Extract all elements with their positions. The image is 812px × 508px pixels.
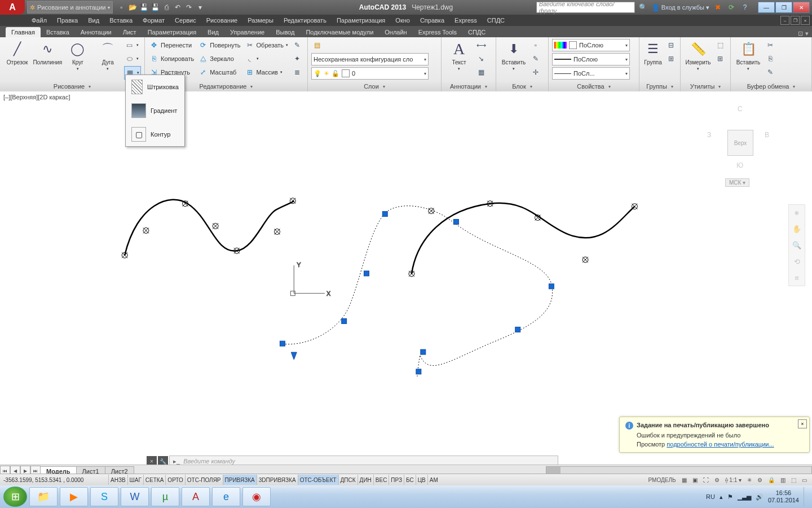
window-maximize[interactable]: ❐	[775, 2, 792, 13]
workspace-dropdown[interactable]: ✲Рисование и аннотации▾	[27, 1, 113, 14]
sb-max-icon[interactable]: ⛶	[701, 476, 710, 484]
sb-clean-icon[interactable]: ▭	[800, 476, 809, 484]
tool-trim[interactable]: ✂Обрезать ▾	[244, 39, 290, 51]
nav-orbit-icon[interactable]: ⟲	[794, 257, 800, 266]
panel-title-clip[interactable]: Буфер обмена	[731, 81, 811, 91]
panel-title-block[interactable]: Блок	[496, 81, 548, 91]
tab-plugins[interactable]: Подключаемые модули	[300, 27, 379, 37]
menu-dimension[interactable]: Размеры	[243, 16, 278, 25]
menu-tools[interactable]: Сервис	[170, 16, 201, 25]
tool-arc[interactable]: ⌒Дуга▾	[94, 39, 122, 72]
tool-array[interactable]: ⊞Массив ▾	[244, 66, 290, 78]
menu-edit[interactable]: Правка	[52, 16, 82, 25]
tray-clock[interactable]: 16:5607.01.2014	[768, 489, 799, 504]
tool-rectangle[interactable]: ▭▾	[124, 39, 141, 51]
tool-group-edit[interactable]: ⊞	[665, 52, 677, 65]
tool-dim-linear[interactable]: ⟷	[475, 39, 487, 51]
layer-current-dropdown[interactable]: 💡☀🔓0▾	[311, 67, 429, 80]
tray-show-hidden[interactable]: ▴	[720, 493, 723, 501]
tool-ellipse[interactable]: ⬭▾	[124, 52, 141, 65]
qat-open-icon[interactable]: 📂	[127, 2, 138, 12]
menu-format[interactable]: Формат	[138, 16, 169, 25]
status-toggle-дпск[interactable]: ДПСК	[338, 475, 358, 485]
qat-redo-icon[interactable]: ↷	[184, 2, 194, 12]
tab-annotate[interactable]: Аннотации	[75, 27, 117, 37]
layer-state-dropdown[interactable]: Несохраненная конфигурация сло▾	[311, 53, 429, 65]
sb-lock-icon[interactable]: 🔒	[766, 476, 776, 484]
status-toggle-дин[interactable]: ДИН	[358, 475, 373, 485]
window-minimize[interactable]: —	[758, 2, 775, 13]
taskbar-word[interactable]: W	[121, 487, 149, 506]
mdi-restore[interactable]: ❐	[791, 16, 800, 25]
layer-props-btn[interactable]: ▤	[311, 39, 438, 51]
taskbar-ie[interactable]: e	[212, 487, 240, 506]
view-cube[interactable]: С З В Ю Верх МСК ▾	[699, 99, 778, 190]
status-toggle-отс-поляр[interactable]: ОТС-ПОЛЯР	[185, 475, 223, 485]
stayconnected-icon[interactable]: ⟳	[726, 2, 736, 12]
tool-copy-clip[interactable]: ⎘	[765, 52, 776, 65]
menu-view[interactable]: Вид	[83, 16, 104, 25]
flyout-gradient[interactable]: Градиент	[126, 99, 184, 122]
signin-button[interactable]: 👤 Вход в службы ▾	[652, 4, 709, 11]
tool-group[interactable]: ☰Группа	[643, 39, 663, 67]
tool-line[interactable]: ╱Отрезок	[3, 39, 31, 67]
qat-undo-icon[interactable]: ↶	[173, 2, 183, 12]
nav-showm-icon[interactable]: ≡	[795, 274, 799, 282]
wcs-dropdown[interactable]: МСК ▾	[725, 178, 749, 187]
status-toggle-ам[interactable]: АМ	[427, 475, 440, 485]
tool-erase[interactable]: ✎	[292, 39, 303, 51]
tool-calc[interactable]: ⊞	[714, 52, 726, 65]
menu-file[interactable]: Файл	[27, 16, 51, 25]
panel-title-layers[interactable]: Слои	[308, 81, 441, 91]
tool-explode[interactable]: ✦	[292, 52, 303, 65]
qat-saveas-icon[interactable]: 💾	[150, 2, 160, 12]
tool-mirror[interactable]: ⧋Зеркало	[197, 52, 241, 65]
tool-fillet[interactable]: ◟▾	[244, 52, 290, 65]
qat-new-icon[interactable]: ▫	[116, 2, 126, 12]
sb-grid-icon[interactable]: ▦	[680, 476, 689, 484]
flyout-boundary[interactable]: ▢Контур	[126, 122, 184, 146]
tray-network-icon[interactable]: ▁▃▅	[738, 493, 751, 501]
tab-layout[interactable]: Лист	[117, 27, 142, 37]
menu-insert[interactable]: Вставка	[105, 16, 137, 25]
menu-spds[interactable]: СПДС	[483, 16, 509, 25]
tool-match[interactable]: ✎	[765, 66, 776, 78]
status-toggle-вес[interactable]: ВЕС	[373, 475, 389, 485]
tab-home[interactable]: Главная	[6, 27, 41, 37]
tool-table[interactable]: ▦	[475, 66, 487, 78]
status-toggle-сетка[interactable]: СЕТКА	[143, 475, 166, 485]
annoscale-dd[interactable]: ⟠ 1:1 ▾	[723, 476, 743, 484]
tab-manage[interactable]: Управление	[224, 27, 270, 37]
exchange-icon[interactable]: ✖	[713, 2, 723, 12]
notif-close-button[interactable]: ×	[798, 419, 807, 428]
tool-paste[interactable]: 📋Вставить▾	[734, 39, 762, 72]
show-desktop-button[interactable]	[804, 487, 809, 506]
qat-save-icon[interactable]: 💾	[139, 2, 149, 12]
taskbar-explorer[interactable]: 📁	[29, 487, 58, 506]
status-toggle-шаг[interactable]: ШАГ	[127, 475, 143, 485]
viewport-label[interactable]: [–][Верхняя][2D каркас]	[3, 94, 70, 100]
window-close[interactable]: ✕	[793, 2, 810, 13]
tool-circle[interactable]: ◯Круг▾	[64, 39, 91, 72]
sb-ws-icon[interactable]: ⚙	[756, 476, 764, 484]
status-toggle-орто[interactable]: ОРТО	[165, 475, 184, 485]
tab-output[interactable]: Вывод	[270, 27, 300, 37]
tool-edit-block[interactable]: ✎	[530, 52, 541, 65]
tab-insert[interactable]: Вставка	[41, 27, 75, 37]
prop-color-dropdown[interactable]: ПоСлою▾	[552, 39, 630, 51]
sb-hw-icon[interactable]: ▥	[779, 476, 787, 484]
qat-more-icon[interactable]: ▾	[195, 2, 205, 12]
tool-rotate[interactable]: ⟳Повернуть	[197, 39, 241, 51]
panel-title-draw[interactable]: Рисование	[0, 81, 144, 91]
prop-linetype-dropdown[interactable]: ПоСл...▾	[552, 67, 630, 80]
tool-scale[interactable]: ⤢Масштаб	[197, 66, 241, 78]
mdi-close[interactable]: ×	[801, 16, 810, 25]
menu-draw[interactable]: Рисование	[202, 16, 242, 25]
tool-offset[interactable]: ≣	[292, 66, 303, 78]
app-menu-button[interactable]: A	[0, 0, 25, 15]
sb-iso-icon[interactable]: ⬚	[789, 476, 798, 484]
tray-flag-icon[interactable]: ⚑	[727, 493, 733, 501]
menu-express[interactable]: Express	[450, 16, 482, 25]
ribbon-focus-icon[interactable]: ⊡	[798, 30, 803, 37]
notif-details-link[interactable]: подробностей о печати/публикации...	[667, 441, 774, 448]
